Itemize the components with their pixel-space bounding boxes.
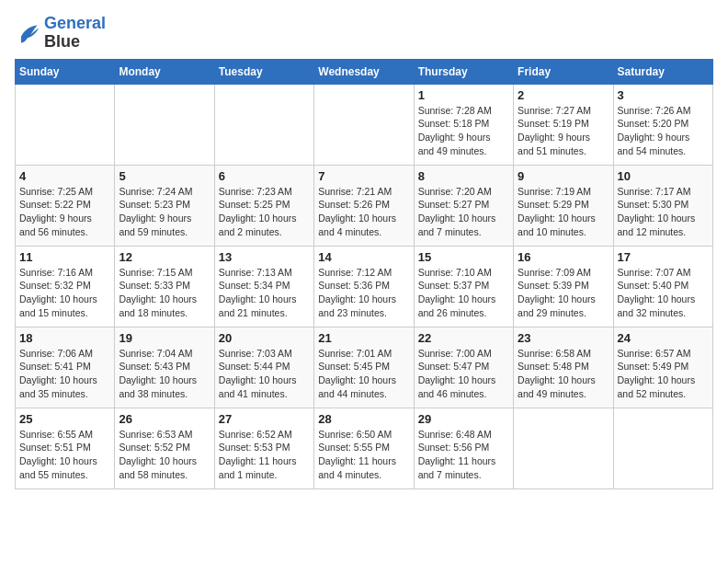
day-number: 1 [418,88,509,102]
day-number: 23 [518,331,609,345]
day-info: Sunrise: 7:19 AMSunset: 5:29 PMDaylight:… [518,185,609,239]
calendar-cell: 21Sunrise: 7:01 AMSunset: 5:45 PMDayligh… [314,327,414,408]
day-info: Sunrise: 7:25 AMSunset: 5:22 PMDaylight:… [19,185,110,239]
day-info: Sunrise: 7:28 AMSunset: 5:18 PMDaylight:… [418,104,509,158]
day-number: 11 [19,250,110,264]
weekday-header-row: SundayMondayTuesdayWednesdayThursdayFrid… [16,59,713,84]
day-number: 7 [318,169,409,183]
day-info: Sunrise: 7:17 AMSunset: 5:30 PMDaylight:… [618,185,709,239]
day-number: 5 [119,169,210,183]
calendar-cell: 16Sunrise: 7:09 AMSunset: 5:39 PMDayligh… [514,246,613,327]
weekday-header-friday: Friday [514,59,613,84]
calendar-cell: 23Sunrise: 6:58 AMSunset: 5:48 PMDayligh… [514,327,613,408]
weekday-header-sunday: Sunday [16,59,115,84]
day-number: 21 [318,331,409,345]
calendar-cell: 1Sunrise: 7:28 AMSunset: 5:18 PMDaylight… [414,84,513,165]
calendar-week-row: 4Sunrise: 7:25 AMSunset: 5:22 PMDaylight… [16,165,713,246]
calendar-cell: 15Sunrise: 7:10 AMSunset: 5:37 PMDayligh… [414,246,513,327]
day-number: 13 [219,250,310,264]
weekday-header-thursday: Thursday [414,59,513,84]
calendar-cell: 14Sunrise: 7:12 AMSunset: 5:36 PMDayligh… [314,246,414,327]
calendar-cell: 4Sunrise: 7:25 AMSunset: 5:22 PMDaylight… [16,165,115,246]
logo: GeneralBlue [15,15,106,52]
day-number: 18 [19,331,110,345]
day-number: 28 [318,412,409,426]
weekday-header-monday: Monday [115,59,214,84]
calendar-week-row: 25Sunrise: 6:55 AMSunset: 5:51 PMDayligh… [16,408,713,488]
day-info: Sunrise: 6:53 AMSunset: 5:52 PMDaylight:… [119,428,210,482]
calendar-cell: 28Sunrise: 6:50 AMSunset: 5:55 PMDayligh… [314,408,414,488]
day-info: Sunrise: 7:15 AMSunset: 5:33 PMDaylight:… [119,266,210,320]
day-number: 26 [119,412,210,426]
day-number: 4 [19,169,110,183]
day-number: 12 [119,250,210,264]
calendar-cell: 20Sunrise: 7:03 AMSunset: 5:44 PMDayligh… [214,327,313,408]
day-number: 27 [219,412,310,426]
calendar-cell [514,408,613,488]
calendar-cell: 10Sunrise: 7:17 AMSunset: 5:30 PMDayligh… [613,165,712,246]
day-info: Sunrise: 7:21 AMSunset: 5:26 PMDaylight:… [318,185,409,239]
day-number: 20 [219,331,310,345]
day-number: 22 [418,331,509,345]
day-number: 3 [618,88,709,102]
day-info: Sunrise: 7:23 AMSunset: 5:25 PMDaylight:… [219,185,310,239]
day-info: Sunrise: 7:24 AMSunset: 5:23 PMDaylight:… [119,185,210,239]
day-info: Sunrise: 7:03 AMSunset: 5:44 PMDaylight:… [219,347,310,401]
day-info: Sunrise: 7:10 AMSunset: 5:37 PMDaylight:… [418,266,509,320]
calendar-cell [613,408,712,488]
calendar-cell: 18Sunrise: 7:06 AMSunset: 5:41 PMDayligh… [16,327,115,408]
day-number: 16 [518,250,609,264]
day-info: Sunrise: 7:26 AMSunset: 5:20 PMDaylight:… [618,104,709,158]
calendar-week-row: 11Sunrise: 7:16 AMSunset: 5:32 PMDayligh… [16,246,713,327]
calendar-cell: 24Sunrise: 6:57 AMSunset: 5:49 PMDayligh… [613,327,712,408]
weekday-header-saturday: Saturday [613,59,712,84]
day-number: 10 [618,169,709,183]
day-info: Sunrise: 6:58 AMSunset: 5:48 PMDaylight:… [518,347,609,401]
day-info: Sunrise: 6:50 AMSunset: 5:55 PMDaylight:… [318,428,409,482]
calendar-cell: 9Sunrise: 7:19 AMSunset: 5:29 PMDaylight… [514,165,613,246]
day-info: Sunrise: 7:09 AMSunset: 5:39 PMDaylight:… [518,266,609,320]
day-number: 19 [119,331,210,345]
day-info: Sunrise: 7:16 AMSunset: 5:32 PMDaylight:… [19,266,110,320]
day-number: 17 [618,250,709,264]
day-info: Sunrise: 6:55 AMSunset: 5:51 PMDaylight:… [19,428,110,482]
calendar-cell: 11Sunrise: 7:16 AMSunset: 5:32 PMDayligh… [16,246,115,327]
day-info: Sunrise: 7:07 AMSunset: 5:40 PMDaylight:… [618,266,709,320]
calendar-cell: 29Sunrise: 6:48 AMSunset: 5:56 PMDayligh… [414,408,513,488]
calendar-header: SundayMondayTuesdayWednesdayThursdayFrid… [16,59,713,84]
calendar-cell: 25Sunrise: 6:55 AMSunset: 5:51 PMDayligh… [16,408,115,488]
day-info: Sunrise: 7:00 AMSunset: 5:47 PMDaylight:… [418,347,509,401]
day-info: Sunrise: 7:12 AMSunset: 5:36 PMDaylight:… [318,266,409,320]
day-info: Sunrise: 7:04 AMSunset: 5:43 PMDaylight:… [119,347,210,401]
calendar-cell: 26Sunrise: 6:53 AMSunset: 5:52 PMDayligh… [115,408,214,488]
calendar-cell: 5Sunrise: 7:24 AMSunset: 5:23 PMDaylight… [115,165,214,246]
calendar-cell: 7Sunrise: 7:21 AMSunset: 5:26 PMDaylight… [314,165,414,246]
logo-bird-icon [15,20,40,46]
day-number: 8 [418,169,509,183]
calendar-cell: 2Sunrise: 7:27 AMSunset: 5:19 PMDaylight… [514,84,613,165]
day-info: Sunrise: 7:27 AMSunset: 5:19 PMDaylight:… [518,104,609,158]
calendar-cell: 22Sunrise: 7:00 AMSunset: 5:47 PMDayligh… [414,327,513,408]
calendar-cell: 3Sunrise: 7:26 AMSunset: 5:20 PMDaylight… [613,84,712,165]
day-number: 15 [418,250,509,264]
day-number: 24 [618,331,709,345]
calendar-cell [16,84,115,165]
calendar-cell: 27Sunrise: 6:52 AMSunset: 5:53 PMDayligh… [214,408,313,488]
calendar-cell: 6Sunrise: 7:23 AMSunset: 5:25 PMDaylight… [214,165,313,246]
calendar-cell [314,84,414,165]
day-number: 14 [318,250,409,264]
day-number: 6 [219,169,310,183]
calendar-cell: 17Sunrise: 7:07 AMSunset: 5:40 PMDayligh… [613,246,712,327]
day-number: 9 [518,169,609,183]
calendar-cell: 8Sunrise: 7:20 AMSunset: 5:27 PMDaylight… [414,165,513,246]
day-info: Sunrise: 7:13 AMSunset: 5:34 PMDaylight:… [219,266,310,320]
day-number: 2 [518,88,609,102]
day-info: Sunrise: 7:01 AMSunset: 5:45 PMDaylight:… [318,347,409,401]
weekday-header-wednesday: Wednesday [314,59,414,84]
day-info: Sunrise: 6:48 AMSunset: 5:56 PMDaylight:… [418,428,509,482]
calendar-cell: 19Sunrise: 7:04 AMSunset: 5:43 PMDayligh… [115,327,214,408]
calendar-cell [214,84,313,165]
calendar-body: 1Sunrise: 7:28 AMSunset: 5:18 PMDaylight… [16,84,713,488]
day-info: Sunrise: 7:20 AMSunset: 5:27 PMDaylight:… [418,185,509,239]
calendar-cell [115,84,214,165]
